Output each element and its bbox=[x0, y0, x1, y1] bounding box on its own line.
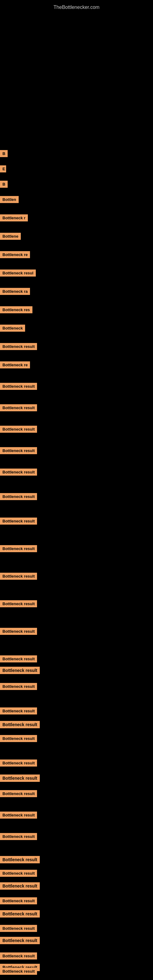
bottleneck-label: Bottleneck result bbox=[0, 882, 40, 890]
bottleneck-label: Bottleneck result bbox=[0, 811, 37, 819]
bottleneck-label: Bottleneck result bbox=[0, 545, 37, 552]
bottleneck-label: Bottleneck result bbox=[0, 469, 37, 476]
bottleneck-label: Bottleneck result bbox=[0, 775, 40, 782]
bottleneck-label: Bottleneck result bbox=[0, 708, 37, 714]
bottleneck-label: Bottleneck r bbox=[0, 215, 28, 221]
bottleneck-label: Bottleneck re bbox=[0, 361, 30, 368]
bottleneck-label: Bottleneck result bbox=[0, 683, 37, 690]
bottleneck-label: B bbox=[0, 181, 8, 188]
bottleneck-label: Bottleneck result bbox=[0, 517, 37, 525]
bottleneck-label: Bottleneck result bbox=[0, 937, 40, 944]
bottleneck-label: Bottleneck result bbox=[0, 897, 37, 904]
bottleneck-label: Bottleneck ra bbox=[0, 288, 30, 295]
bottleneck-label: B bbox=[0, 150, 8, 157]
bottleneck-label: Bottleneck result bbox=[0, 628, 37, 635]
bottleneck-label: Bottleneck result bbox=[0, 721, 40, 728]
bottleneck-label: Bottleneck re bbox=[0, 251, 30, 258]
bottleneck-label: Bottleneck result bbox=[0, 870, 37, 877]
bottleneck-label: Bottleneck result bbox=[0, 404, 37, 411]
bottleneck-label: Bottleneck bbox=[0, 325, 25, 332]
bottleneck-label: Bottleneck result bbox=[0, 790, 37, 797]
bottleneck-label: Bottleneck result bbox=[0, 383, 37, 390]
bottleneck-label: Bottleneck result bbox=[0, 343, 37, 350]
bottleneck-label: Bottleneck result bbox=[0, 667, 40, 674]
bottleneck-label: Bottleneck result bbox=[0, 856, 40, 863]
bottleneck-label: Bottleneck result bbox=[0, 925, 37, 932]
bottleneck-label: Bottleneck result bbox=[0, 759, 37, 767]
bottleneck-label: Bottleneck result bbox=[0, 910, 40, 918]
bottleneck-label: Bottlen bbox=[0, 196, 19, 203]
bottleneck-label: Bottleneck result bbox=[0, 655, 37, 662]
site-title: TheBottlenecker.com bbox=[0, 2, 153, 13]
bottleneck-label: E bbox=[0, 165, 6, 172]
bottleneck-label: Bottleneck result bbox=[0, 968, 37, 975]
bottleneck-label: Bottleneck result bbox=[0, 426, 37, 433]
bottleneck-label: Bottleneck result bbox=[0, 953, 37, 959]
bottleneck-label: Bottleneck result bbox=[0, 573, 37, 580]
bottleneck-label: Bottleneck result bbox=[0, 447, 37, 454]
bottleneck-label: Bottleneck result bbox=[0, 600, 37, 607]
bottleneck-label: Bottleneck res bbox=[0, 306, 32, 313]
bottleneck-label: Bottleneck result bbox=[0, 833, 37, 840]
bottleneck-label: Bottleneck result bbox=[0, 735, 37, 742]
bottleneck-label: Bottleneck result bbox=[0, 493, 37, 500]
bottleneck-label: Bottleneck resul bbox=[0, 269, 36, 277]
bottleneck-label: Bottlene bbox=[0, 233, 21, 240]
